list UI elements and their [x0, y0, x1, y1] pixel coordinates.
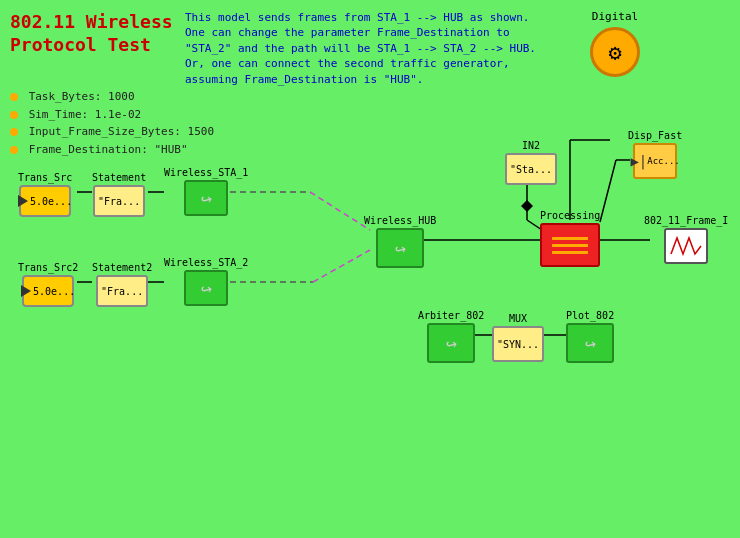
- processing-block[interactable]: Processing: [540, 210, 600, 267]
- gear-icon: ⚙: [590, 27, 640, 77]
- disp-fast-value: Acc...: [647, 156, 680, 166]
- wireless-sta2-label: Wireless_STA_2: [164, 257, 248, 268]
- scope-wave-icon: [669, 234, 703, 258]
- param-dot-4: [10, 146, 18, 154]
- param-dot-3: [10, 128, 18, 136]
- param-frame-dest: Frame_Destination: "HUB": [10, 141, 214, 159]
- statement1-block[interactable]: Statement "Fra...: [92, 172, 146, 217]
- plot-body[interactable]: ↪: [566, 323, 614, 363]
- plot-label: Plot_802: [566, 310, 614, 321]
- trans-src-block[interactable]: Trans_Src 5.0e...: [18, 172, 72, 217]
- trans-src2-body[interactable]: 5.0e...: [22, 275, 74, 307]
- play-icon-1: [18, 195, 28, 207]
- param-task-bytes: Task_Bytes: 1000: [10, 88, 214, 106]
- wireless-sta2-body[interactable]: ↪: [184, 270, 228, 306]
- disp-fast-block[interactable]: Disp_Fast ▶| Acc...: [628, 130, 682, 179]
- scope-body[interactable]: [664, 228, 708, 264]
- page-title: 802.11 Wireless Protocol Test: [10, 10, 173, 57]
- statement2-label: Statement2: [92, 262, 152, 273]
- statement2-block[interactable]: Statement2 "Fra...: [92, 262, 152, 307]
- in2-value: "Sta...: [510, 164, 552, 175]
- param-sim-time: Sim_Time: 1.1e-02: [10, 106, 214, 124]
- plot-block[interactable]: Plot_802 ↪: [566, 310, 614, 363]
- svg-marker-13: [521, 200, 533, 212]
- statement1-label: Statement: [92, 172, 146, 183]
- mux-label: MUX: [509, 313, 527, 324]
- trans-src-body[interactable]: 5.0e...: [19, 185, 71, 217]
- proc-line-3: [552, 251, 588, 254]
- processing-body[interactable]: [540, 223, 600, 267]
- mux-value: "SYN...: [497, 339, 539, 350]
- trans-src-value: 5.0e...: [30, 196, 72, 207]
- description-text: This model sends frames from STA_1 --> H…: [185, 10, 555, 87]
- processing-lines: [552, 237, 588, 254]
- arrow-icon-1: ↪: [198, 186, 214, 209]
- arbiter-block[interactable]: Arbiter_802 ↪: [418, 310, 484, 363]
- play-icon-2: [21, 285, 31, 297]
- param-dot-2: [10, 111, 18, 119]
- svg-line-9: [313, 250, 370, 282]
- trans-src2-label: Trans_Src2: [18, 262, 78, 273]
- in2-block[interactable]: IN2 "Sta...: [505, 140, 557, 185]
- arbiter-body[interactable]: ↪: [427, 323, 475, 363]
- wireless-sta2-block[interactable]: Wireless_STA_2 ↪: [164, 257, 248, 306]
- wireless-hub-label: Wireless_HUB: [364, 215, 436, 226]
- arrow-icon-hub: ↪: [392, 236, 408, 259]
- disp-fast-body[interactable]: ▶| Acc...: [633, 143, 677, 179]
- arrow-icon-arbiter: ↪: [443, 331, 459, 354]
- disp-arrow-icon: ▶|: [630, 153, 647, 169]
- disp-fast-label: Disp_Fast: [628, 130, 682, 141]
- frame-label: 802_11_Frame_I: [644, 215, 728, 226]
- in2-label: IN2: [522, 140, 540, 151]
- arrow-icon-plot: ↪: [582, 331, 598, 354]
- proc-line-1: [552, 237, 588, 240]
- mux-block[interactable]: MUX "SYN...: [492, 313, 544, 362]
- trans-src2-value: 5.0e...: [33, 286, 75, 297]
- trans-src2-block[interactable]: Trans_Src2 5.0e...: [18, 262, 78, 307]
- wireless-sta1-block[interactable]: Wireless_STA_1 ↪: [164, 167, 248, 216]
- arrow-icon-2: ↪: [198, 276, 214, 299]
- frame-scope-block[interactable]: 802_11_Frame_I: [644, 215, 728, 264]
- wireless-hub-body[interactable]: ↪: [376, 228, 424, 268]
- proc-line-2: [552, 244, 588, 247]
- trans-src-label: Trans_Src: [18, 172, 72, 183]
- svg-line-14: [600, 160, 616, 222]
- processing-label: Processing: [540, 210, 600, 221]
- statement2-value: "Fra...: [101, 286, 143, 297]
- digital-icon-group: Digital ⚙: [590, 10, 640, 77]
- wireless-hub-block[interactable]: Wireless_HUB ↪: [364, 215, 436, 268]
- in2-body[interactable]: "Sta...: [505, 153, 557, 185]
- parameters-panel: Task_Bytes: 1000 Sim_Time: 1.1e-02 Input…: [10, 88, 214, 158]
- statement2-body[interactable]: "Fra...: [96, 275, 148, 307]
- statement1-value: "Fra...: [98, 196, 140, 207]
- mux-body[interactable]: "SYN...: [492, 326, 544, 362]
- param-frame-size: Input_Frame_Size_Bytes: 1500: [10, 123, 214, 141]
- statement1-body[interactable]: "Fra...: [93, 185, 145, 217]
- arbiter-label: Arbiter_802: [418, 310, 484, 321]
- wireless-sta1-label: Wireless_STA_1: [164, 167, 248, 178]
- wireless-sta1-body[interactable]: ↪: [184, 180, 228, 216]
- svg-line-4: [310, 192, 370, 230]
- param-dot-1: [10, 93, 18, 101]
- digital-label: Digital: [590, 10, 640, 23]
